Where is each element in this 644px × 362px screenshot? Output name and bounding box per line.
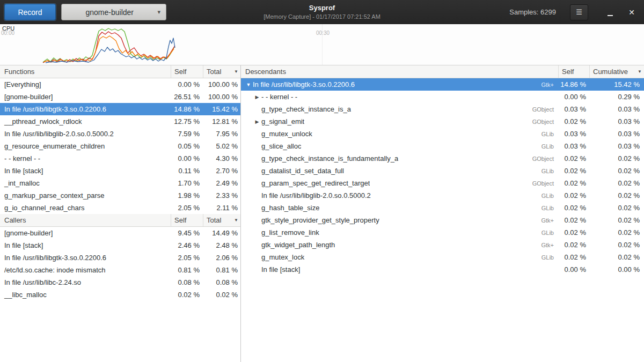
callers-total-header-label: Total: [207, 216, 221, 224]
total-percent: 2.48 %: [203, 241, 240, 249]
table-row[interactable]: g_type_check_instance_is_aGObject0.03 %0…: [241, 103, 644, 115]
library-label: GLib: [541, 143, 558, 150]
table-row[interactable]: [gnome-builder]9.45 %14.49 %: [0, 227, 240, 239]
table-row[interactable]: ▶- - kernel - -0.00 %0.29 %: [241, 91, 644, 103]
functions-column-header[interactable]: Functions: [0, 65, 171, 78]
table-row[interactable]: [Everything]0.00 %100.00 %: [0, 78, 240, 91]
table-row[interactable]: g_datalist_id_set_data_fullGLib0.02 %0.0…: [241, 165, 644, 177]
function-name: g_datalist_id_set_data_full: [261, 167, 344, 175]
cumulative-percent: 0.03 %: [589, 105, 644, 113]
table-row[interactable]: g_hash_table_sizeGLib0.02 %0.02 %: [241, 202, 644, 214]
table-row[interactable]: In file [stack]0.00 %0.00 %: [241, 263, 644, 276]
self-percent: 9.45 %: [171, 229, 203, 237]
target-selector-button[interactable]: gnome-builder ▾: [61, 4, 166, 20]
record-button[interactable]: Record: [4, 4, 56, 20]
total-percent: 2.70 %: [203, 167, 240, 175]
table-row[interactable]: In file [stack]2.46 %2.48 %: [0, 239, 240, 252]
sort-indicator-icon: ▼: [234, 218, 238, 223]
descendants-column-header[interactable]: Descendants: [241, 65, 558, 78]
sort-indicator-icon: ▼: [638, 69, 642, 74]
self-percent: 0.03 %: [558, 130, 589, 138]
self-percent: 0.02 %: [558, 167, 589, 175]
table-row[interactable]: __pthread_rwlock_rdlock12.75 %12.81 %: [0, 115, 240, 128]
table-row[interactable]: g_type_check_instance_is_fundamentally_a…: [241, 152, 644, 165]
self-column-header[interactable]: Self: [171, 65, 203, 78]
table-row[interactable]: In file /usr/lib/libgtk-3.so.0.2200.62.0…: [0, 252, 240, 264]
callers-total-column-header[interactable]: Total ▼: [203, 214, 240, 226]
cumulative-percent: 0.02 %: [589, 241, 644, 249]
self-percent: 0.02 %: [558, 241, 589, 249]
callers-column-header[interactable]: Callers: [0, 214, 171, 226]
self-percent: 2.05 %: [171, 254, 203, 262]
cpu-graph[interactable]: CPU 00:00 00:30: [0, 24, 644, 65]
table-row[interactable]: g_param_spec_get_redirect_targetGObject0…: [241, 177, 644, 189]
table-row[interactable]: ▶g_signal_emitGObject0.02 %0.03 %: [241, 115, 644, 128]
library-label: GLib: [541, 193, 558, 199]
table-row[interactable]: g_slice_allocGLib0.03 %0.03 %: [241, 140, 644, 152]
expander-icon[interactable]: ▼: [244, 82, 253, 87]
table-row[interactable]: ▼In file /usr/lib/libgtk-3.so.0.2200.6Gt…: [241, 78, 644, 91]
cpu0-line: [43, 28, 174, 62]
callers-header-label: Callers: [4, 216, 26, 224]
descendants-self-column-header[interactable]: Self: [558, 65, 589, 78]
menu-button[interactable]: ☰: [570, 4, 588, 20]
table-row[interactable]: In file /usr/lib/libglib-2.0.so.0.5000.2…: [0, 128, 240, 140]
total-percent: 12.81 %: [203, 117, 240, 125]
self-percent: 0.03 %: [558, 142, 589, 150]
table-row[interactable]: /etc/ld.so.cache: inode mismatch0.81 %0.…: [0, 264, 240, 276]
table-row[interactable]: [gnome-builder]26.51 %100.00 %: [0, 91, 240, 103]
self-percent: 7.59 %: [171, 130, 203, 138]
app-title: Sysprof: [264, 4, 380, 12]
table-row[interactable]: In file /usr/lib/libgtk-3.so.0.2200.614.…: [0, 103, 240, 115]
table-row[interactable]: g_io_channel_read_chars2.05 %2.11 %: [0, 202, 240, 214]
expander-icon[interactable]: ▶: [253, 119, 261, 124]
close-button[interactable]: ✕: [625, 5, 639, 19]
self-percent: 0.03 %: [558, 105, 589, 113]
table-row[interactable]: - - kernel - -0.00 %4.30 %: [0, 152, 240, 165]
cumulative-percent: 0.02 %: [589, 228, 644, 237]
self-percent: 0.02 %: [558, 179, 589, 187]
self-percent: 0.02 %: [171, 291, 203, 299]
function-name: /etc/ld.so.cache: inode mismatch: [0, 266, 171, 274]
self-percent: 0.05 %: [171, 142, 203, 150]
self-percent: 0.11 %: [171, 167, 203, 175]
table-row[interactable]: In file /usr/lib/libglib-2.0.so.0.5000.2…: [241, 189, 644, 202]
table-row[interactable]: __libc_malloc0.02 %0.02 %: [0, 289, 240, 301]
minimize-button[interactable]: [603, 5, 617, 19]
callers-rows: [gnome-builder]9.45 %14.49 %In file [sta…: [0, 227, 240, 301]
table-row[interactable]: g_resource_enumerate_children0.05 %5.02 …: [0, 140, 240, 152]
table-row[interactable]: g_mutex_lockGLib0.02 %0.02 %: [241, 251, 644, 263]
cumulative-column-header[interactable]: Cumulative ▼: [589, 65, 644, 78]
table-row[interactable]: gtk_style_provider_get_style_propertyGtk…: [241, 214, 644, 226]
table-row[interactable]: g_mutex_unlockGLib0.03 %0.03 %: [241, 128, 644, 140]
cumulative-percent: 0.03 %: [589, 130, 644, 138]
table-row[interactable]: gtk_widget_path_lengthGtk+0.02 %0.02 %: [241, 239, 644, 251]
library-label: Gtk+: [541, 217, 558, 224]
table-row[interactable]: In file [stack]0.11 %2.70 %: [0, 165, 240, 177]
cpu3-line: [46, 38, 175, 63]
function-name: g_hash_table_size: [261, 204, 319, 212]
function-name: [gnome-builder]: [0, 93, 171, 101]
function-name: [gnome-builder]: [0, 229, 171, 237]
function-name: g_io_channel_read_chars: [0, 204, 171, 212]
expander-icon[interactable]: ▶: [253, 94, 261, 100]
callers-self-column-header[interactable]: Self: [171, 214, 203, 226]
table-row[interactable]: In file /usr/lib/libc-2.24.so0.08 %0.08 …: [0, 276, 240, 289]
headerbar-right-cluster: Samples: 6299 ☰ ✕: [509, 0, 639, 24]
minimize-icon: [608, 15, 613, 16]
function-name: - - kernel - -: [261, 93, 297, 101]
cumulative-percent: 0.03 %: [589, 117, 644, 125]
total-column-header[interactable]: Total ▼: [203, 65, 240, 78]
function-name: [Everything]: [0, 80, 171, 88]
table-row[interactable]: _int_malloc1.70 %2.49 %: [0, 177, 240, 189]
record-button-label: Record: [18, 8, 42, 17]
callers-self-header-label: Self: [174, 216, 186, 224]
table-row[interactable]: g_markup_parse_context_parse1.98 %2.33 %: [0, 189, 240, 202]
total-percent: 15.42 %: [203, 105, 240, 113]
function-name: g_mutex_lock: [261, 253, 304, 261]
function-name: In file [stack]: [261, 265, 300, 274]
library-label: GObject: [532, 180, 558, 187]
self-percent: 14.86 %: [171, 105, 203, 113]
function-name: gtk_style_provider_get_style_property: [261, 216, 379, 224]
table-row[interactable]: g_list_remove_linkGLib0.02 %0.02 %: [241, 226, 644, 239]
